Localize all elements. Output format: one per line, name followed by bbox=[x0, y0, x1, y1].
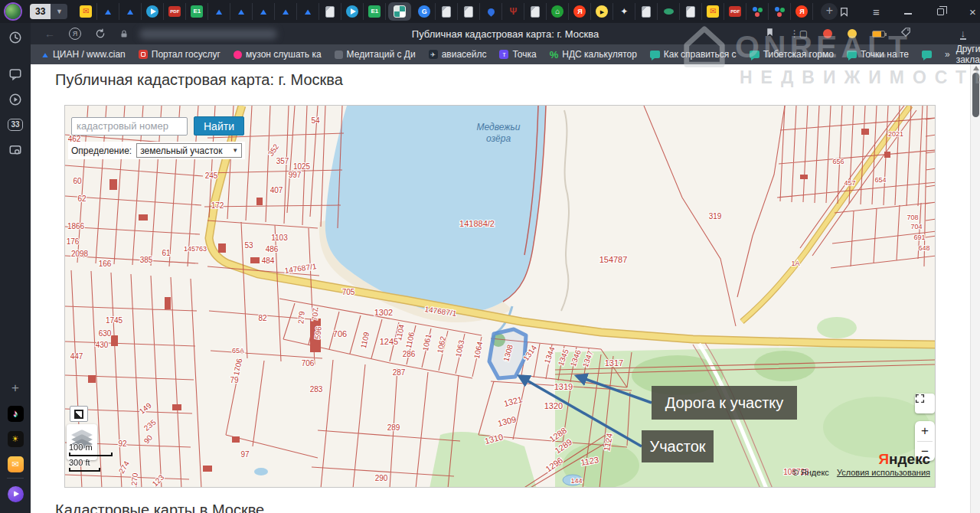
zoom-in-button[interactable]: + bbox=[915, 421, 935, 441]
doc-favicon-icon bbox=[686, 6, 695, 18]
bookmark-item-1[interactable]: Портал госуслуг bbox=[139, 49, 220, 60]
telegram-favicon-icon bbox=[146, 5, 158, 18]
bookmark-item-0[interactable]: ▲ЦИАН / www.cian bbox=[41, 49, 126, 60]
tab-e1-5[interactable]: E1 bbox=[186, 3, 208, 20]
mail-icon[interactable]: ✉ bbox=[7, 456, 24, 472]
tab-oval-26[interactable] bbox=[658, 3, 680, 20]
tab-panel-icon[interactable] bbox=[838, 5, 850, 18]
tab-doc-20[interactable] bbox=[524, 3, 547, 20]
url-field[interactable] bbox=[139, 29, 277, 39]
tab-peak-2[interactable]: ▲ bbox=[119, 3, 142, 20]
tab-telegram-12[interactable] bbox=[341, 3, 364, 20]
restore-button[interactable] bbox=[934, 5, 946, 18]
bookmark-item-10[interactable] bbox=[922, 51, 932, 58]
tab-peak-9[interactable]: ▲ bbox=[275, 3, 297, 20]
map-search-panel: Найти bbox=[71, 116, 244, 136]
extension-battery-icon[interactable] bbox=[872, 31, 885, 38]
tab-doc-25[interactable] bbox=[635, 3, 658, 20]
shedevrum-icon[interactable]: ☀ bbox=[7, 430, 24, 447]
tab-e1-13[interactable]: E1 bbox=[364, 3, 386, 20]
tab-house-21[interactable]: ⌂ bbox=[547, 3, 569, 20]
other-bookmarks-button[interactable]: Другие закладки ▼ bbox=[956, 44, 980, 65]
tab-counter-button[interactable]: 33 ▼ bbox=[30, 4, 67, 19]
tab-peak-6[interactable]: ▲ bbox=[208, 3, 230, 20]
tab-pdf-29[interactable]: PDF bbox=[724, 3, 746, 20]
definition-select[interactable]: земельный участок ▼ bbox=[136, 143, 242, 158]
scroll-up-arrow[interactable] bbox=[973, 66, 979, 70]
download-icon[interactable]: ↓ bbox=[960, 28, 967, 40]
player-icon[interactable] bbox=[7, 91, 24, 108]
tab-doc-11[interactable] bbox=[319, 3, 341, 20]
scrollbar-thumb[interactable] bbox=[972, 73, 979, 117]
bookmark-item-2[interactable]: музон слушать ка bbox=[234, 49, 322, 60]
reload-button[interactable] bbox=[95, 28, 106, 39]
yandex-home-icon[interactable]: Я bbox=[69, 28, 81, 40]
screenshot-icon[interactable] bbox=[7, 142, 24, 158]
tab-doc-16[interactable] bbox=[436, 3, 458, 20]
bookmark-item-3[interactable]: Медитаций с Ди bbox=[335, 49, 416, 60]
bookmarks-overflow-icon[interactable]: » bbox=[945, 49, 950, 60]
extension-yellow-icon[interactable] bbox=[848, 29, 857, 38]
bookmark-label: музон слушать ка bbox=[246, 49, 322, 60]
tab-dots-31[interactable] bbox=[769, 3, 791, 20]
extension-tag-icon[interactable] bbox=[900, 27, 911, 41]
tab-doc-17[interactable] bbox=[458, 3, 480, 20]
tab-sparkle-24[interactable]: ✦ bbox=[613, 3, 635, 20]
tab-dots-30[interactable] bbox=[746, 3, 769, 20]
add-panel-icon[interactable]: + bbox=[7, 380, 24, 397]
tab-count-badge[interactable]: 33 bbox=[7, 116, 24, 133]
map-label-озёра: озёра bbox=[486, 133, 511, 144]
map-label-656: 656 bbox=[832, 158, 844, 165]
search-input[interactable] bbox=[71, 117, 188, 136]
new-tab-button[interactable]: + bbox=[821, 3, 838, 20]
extensions-icon[interactable]: ⋮▢ bbox=[790, 28, 808, 39]
menu-icon[interactable]: ≡ bbox=[870, 5, 882, 18]
close-button[interactable]: × bbox=[966, 5, 978, 18]
tab-gblue-15[interactable]: G bbox=[413, 3, 436, 20]
e1-favicon-icon: E1 bbox=[368, 5, 381, 18]
tiktok-icon[interactable]: ♪ bbox=[7, 405, 24, 422]
tab-flame-18[interactable] bbox=[480, 3, 502, 20]
tab-doc-27[interactable] bbox=[680, 3, 702, 20]
map-canvas[interactable]: Медвежьиозёра141884/2154787147687/114768… bbox=[65, 106, 936, 488]
map-type-icon bbox=[74, 410, 83, 419]
bookmark-item-9[interactable]: Точки на те bbox=[847, 49, 909, 60]
tab-pdf-4[interactable]: PDF bbox=[164, 3, 186, 20]
tab-peak-8[interactable]: ▲ bbox=[253, 3, 275, 20]
tab-fork-19[interactable]: Ψ bbox=[502, 3, 524, 20]
terms-link[interactable]: Условия использования bbox=[837, 468, 930, 477]
tab-pinwheel-14[interactable] bbox=[388, 2, 411, 21]
tab-peak-10[interactable]: ▲ bbox=[297, 3, 319, 20]
tab-peak-1[interactable]: ▲ bbox=[97, 3, 119, 20]
back-button[interactable]: ← bbox=[44, 28, 55, 40]
cadastral-map[interactable]: Медвежьиозёра141884/2154787147687/114768… bbox=[64, 105, 936, 488]
map-label-486: 486 bbox=[266, 245, 279, 253]
history-icon[interactable] bbox=[7, 29, 24, 46]
profile-avatar[interactable] bbox=[5, 4, 21, 19]
pinned-tabs: ✉▲▲PDFE1▲▲▲▲▲E1GΨ⌂Я▶✦✉PDFЯ bbox=[75, 0, 813, 23]
tab-peak-7[interactable]: ▲ bbox=[230, 3, 253, 20]
chevron-down-icon[interactable]: ▼ bbox=[51, 4, 67, 19]
comments-icon[interactable] bbox=[7, 66, 24, 83]
bookmark-item-7[interactable]: Как справиться с bbox=[650, 49, 737, 60]
map-label-705: 705 bbox=[342, 288, 355, 296]
bookmark-item-4[interactable]: ✈авиасейлс bbox=[429, 49, 487, 60]
tab-telegram-3[interactable] bbox=[142, 3, 164, 20]
map-type-button[interactable] bbox=[70, 406, 88, 422]
bookmark-flag-icon[interactable] bbox=[765, 27, 775, 41]
bookmark-item-5[interactable]: тТочка bbox=[499, 49, 536, 60]
tab-yandex-32[interactable]: Я bbox=[791, 3, 813, 20]
tab-mail-0[interactable]: ✉ bbox=[75, 3, 97, 20]
find-button[interactable]: Найти bbox=[194, 116, 244, 136]
extension-red-icon[interactable] bbox=[823, 29, 832, 38]
fullscreen-button[interactable] bbox=[915, 394, 935, 413]
alice-icon[interactable] bbox=[7, 485, 24, 502]
tab-mail-28[interactable]: ✉ bbox=[702, 3, 724, 20]
tab-play-23[interactable]: ▶ bbox=[591, 3, 613, 20]
page-scrollbar[interactable] bbox=[970, 64, 980, 513]
map-label-289: 289 bbox=[387, 423, 400, 432]
bookmark-item-8[interactable]: Тибетская гормо bbox=[750, 49, 834, 60]
tab-yandex-22[interactable]: Я bbox=[569, 3, 591, 20]
bookmark-item-6[interactable]: %НДС калькулятор bbox=[550, 49, 637, 60]
minimize-button[interactable] bbox=[902, 5, 914, 18]
